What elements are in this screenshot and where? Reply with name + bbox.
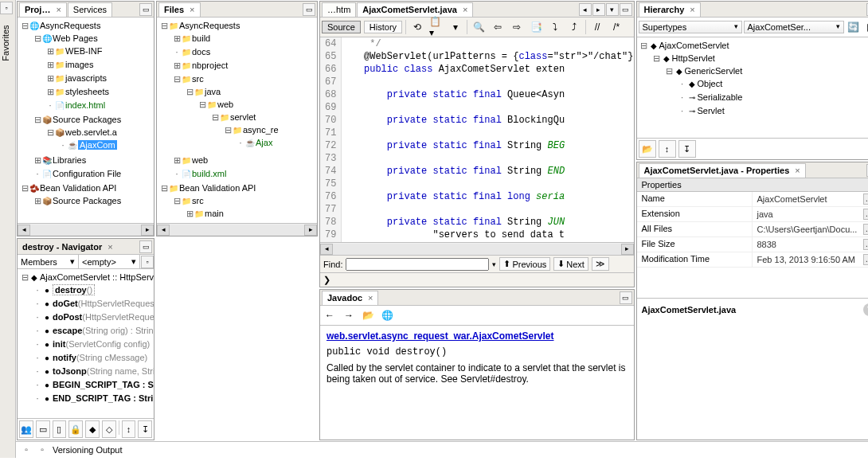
find-input[interactable] xyxy=(346,258,489,271)
hier-view-icon[interactable]: ▦ xyxy=(863,19,869,35)
node-web2[interactable]: web xyxy=(192,155,208,165)
nav-btn-5[interactable]: ◆ xyxy=(85,420,100,438)
empty-dropdown[interactable]: <empty>▾ xyxy=(79,255,140,268)
class-dropdown[interactable]: AjaxCometSer... xyxy=(744,21,844,33)
minimize-button[interactable]: ▭ xyxy=(139,3,152,16)
find-next-button[interactable]: ⬇ Next xyxy=(553,257,588,271)
next-file-button[interactable]: ▸ xyxy=(592,3,605,16)
nav-member[interactable]: toJsonp(String name, String message) : S… xyxy=(53,366,154,376)
window-icon[interactable]: ▫ xyxy=(0,2,13,14)
node-javascripts[interactable]: javascripts xyxy=(65,73,107,83)
jd-open-icon[interactable]: 📂 xyxy=(360,307,376,323)
tab-files[interactable]: Files× xyxy=(158,2,201,17)
prop-value[interactable]: AjaxCometServlet … xyxy=(753,192,869,206)
files-root[interactable]: AsyncRequests xyxy=(179,21,240,30)
prop-value[interactable]: 8838 … xyxy=(753,237,869,252)
node-index[interactable]: index.html xyxy=(65,100,105,110)
tb-icon[interactable]: ⤵ xyxy=(547,19,563,35)
node-selected[interactable]: AjaxCom xyxy=(78,140,117,150)
node-main[interactable]: main xyxy=(205,209,224,218)
prop-value[interactable]: C:\Users\Geertjan\Docu... … xyxy=(753,222,869,236)
source-button[interactable]: Source xyxy=(322,21,361,33)
hierarchy-tree[interactable]: ⊟◆AjaxCometServlet ⊟◆HttpServlet ⊟◆Gener… xyxy=(637,37,869,138)
node-images[interactable]: images xyxy=(65,60,93,69)
tab-properties[interactable]: AjaxCometServlet.java - Properties× xyxy=(639,163,806,178)
ellipsis-button[interactable]: … xyxy=(863,193,869,205)
close-icon[interactable]: × xyxy=(690,5,694,14)
hier-tb-1[interactable]: 📂 xyxy=(639,140,656,158)
close-icon[interactable]: × xyxy=(368,293,373,303)
tb-icon[interactable]: ⇦ xyxy=(490,19,506,35)
favorites-tab[interactable]: Favorites xyxy=(1,25,10,61)
nav-btn-3[interactable]: ▯ xyxy=(53,420,67,438)
nav-btn-1[interactable]: 👥 xyxy=(19,420,33,438)
nav-btn-6[interactable]: ◇ xyxy=(102,420,116,438)
prev-file-button[interactable]: ◂ xyxy=(579,3,592,16)
close-icon[interactable]: × xyxy=(795,166,800,175)
prop-value[interactable]: Feb 13, 2013 9:16:50 AM … xyxy=(753,252,869,267)
tb-icon[interactable]: 🔍 xyxy=(471,19,487,35)
h-n4[interactable]: Object xyxy=(698,79,723,88)
prop-value[interactable]: java … xyxy=(753,207,869,221)
close-icon[interactable]: × xyxy=(463,5,467,14)
hier-tb-2[interactable]: ↕ xyxy=(659,140,676,158)
tab-hierarchy[interactable]: Hierarchy× xyxy=(639,2,701,17)
files-tree[interactable]: ⊟📁AsyncRequests ⊞📁build ·📁docs ⊞📁nbproje… xyxy=(157,18,317,223)
tb-icon[interactable]: ▾ xyxy=(448,19,463,35)
status-icon-2[interactable]: ▫ xyxy=(37,444,48,455)
scrollbar-h[interactable]: ◂▸ xyxy=(157,223,317,236)
status-icon-1[interactable]: ▫ xyxy=(21,444,32,455)
tb-icon[interactable]: ⟲ xyxy=(409,19,425,35)
nav-member[interactable]: init(ServletConfig config) xyxy=(53,339,150,349)
ellipsis-button[interactable]: … xyxy=(863,254,869,265)
tab-editor-htm[interactable]: …htm xyxy=(322,2,356,17)
minimize-button[interactable]: ▭ xyxy=(139,240,152,253)
nav-view-button[interactable]: ▫ xyxy=(141,256,154,268)
nav-member[interactable]: BEGIN_SCRIPT_TAG : String xyxy=(53,380,154,389)
close-icon[interactable]: × xyxy=(108,242,112,252)
editor-scroll-h[interactable]: ◂▸ xyxy=(320,242,634,255)
node-servlet[interactable]: servlet xyxy=(230,112,256,122)
projects-tree[interactable]: ⊟🌐AsyncRequests ⊟🌐Web Pages ⊞📁WEB-INF ⊞📁… xyxy=(18,18,154,223)
node-config[interactable]: Configuration File xyxy=(53,169,121,178)
node-java[interactable]: java xyxy=(205,87,221,96)
ellipsis-button[interactable]: … xyxy=(863,239,869,250)
nav-btn-7[interactable]: ↕ xyxy=(122,420,136,438)
project-root[interactable]: AsyncRequests xyxy=(40,20,100,31)
supertypes-dropdown[interactable]: Supertypes xyxy=(639,21,742,33)
javadoc-link[interactable]: web.servlet.async_request_war.AjaxCometS… xyxy=(326,330,628,342)
tab-editor-java[interactable]: AjaxCometServlet.java× xyxy=(357,2,473,17)
tb-icon[interactable]: ⤴ xyxy=(566,19,582,35)
navigator-tree[interactable]: ⊟◆AjaxCometServlet :: HttpServlet ·●dest… xyxy=(18,269,154,418)
node-ajax[interactable]: Ajax xyxy=(256,138,272,147)
maximize-button[interactable]: ▭ xyxy=(620,3,632,16)
h-n3[interactable]: GenericServlet xyxy=(685,66,743,76)
node-src[interactable]: src xyxy=(192,74,204,84)
node-src2[interactable]: src xyxy=(192,196,204,205)
h-n2[interactable]: HttpServlet xyxy=(672,53,715,63)
minimize-button[interactable]: ▭ xyxy=(303,3,315,16)
node-pkg[interactable]: web.servlet.a xyxy=(65,127,117,137)
nav-member[interactable]: doPost(HttpServletRequest req, HttpServl… xyxy=(53,312,154,322)
ellipsis-button[interactable]: … xyxy=(863,209,869,220)
node-srcpkg2[interactable]: Source Packages xyxy=(53,196,121,205)
nav-member[interactable]: END_SCRIPT_TAG : String xyxy=(53,393,154,403)
tb-icon[interactable]: 📋▾ xyxy=(428,19,444,35)
node-beanval[interactable]: Bean Validation API xyxy=(40,183,116,193)
help-icon[interactable]: ? xyxy=(863,303,869,316)
node-async[interactable]: async_re xyxy=(243,125,279,135)
jd-back-icon[interactable]: ← xyxy=(322,307,338,323)
node-srcpkg[interactable]: Source Packages xyxy=(53,115,121,124)
ellipsis-button[interactable]: … xyxy=(863,224,869,235)
close-icon[interactable]: × xyxy=(190,5,194,14)
nav-member[interactable]: escape(String orig) : String xyxy=(53,326,154,335)
h-n5[interactable]: Serializable xyxy=(698,92,743,102)
nav-btn-2[interactable]: ▭ xyxy=(36,420,50,438)
node-stylesheets[interactable]: stylesheets xyxy=(65,87,109,96)
nav-member[interactable]: doGet(HttpServletRequest req, HttpServle… xyxy=(53,299,154,308)
hier-refresh-icon[interactable]: 🔄 xyxy=(846,19,862,35)
jd-fwd-icon[interactable]: → xyxy=(341,307,357,323)
members-dropdown[interactable]: Members▾ xyxy=(18,255,79,268)
history-button[interactable]: History xyxy=(364,21,402,33)
close-icon[interactable]: × xyxy=(56,5,61,14)
